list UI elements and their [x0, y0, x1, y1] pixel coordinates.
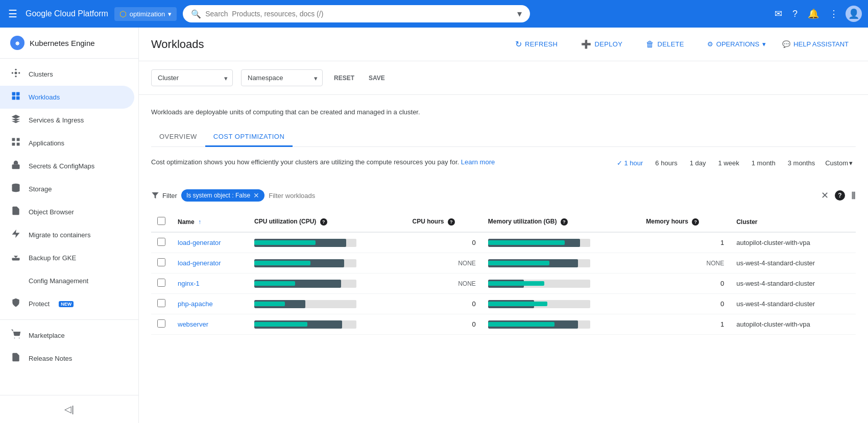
columns-icon[interactable]: ⦀: [851, 190, 856, 202]
select-all-checkbox[interactable]: [157, 217, 165, 225]
namespace-dropdown[interactable]: Namespace ▾: [241, 69, 323, 86]
learn-more-link[interactable]: Learn more: [461, 158, 495, 166]
reset-button[interactable]: RESET: [331, 71, 357, 85]
project-selector[interactable]: ⬡ optimization ▾: [114, 7, 177, 21]
row-checkbox-cell: [151, 294, 172, 314]
cpu-util-bar-cell: [248, 314, 406, 335]
tab-cost-optimization[interactable]: COST OPTIMIZATION: [205, 128, 293, 147]
row-checkbox[interactable]: [157, 319, 165, 328]
sidebar-item-services[interactable]: Services & Ingress: [0, 109, 134, 132]
notification-icon[interactable]: 🔔: [805, 6, 822, 21]
cost-optimization-content: Cost optimization shows you how efficien…: [151, 157, 856, 335]
name-header: Name ↑: [172, 212, 248, 232]
time-custom-button[interactable]: Custom ▾: [822, 157, 856, 169]
filter-chip-close[interactable]: ✕: [253, 191, 259, 200]
help-icon[interactable]: ?: [789, 7, 801, 21]
hamburger-icon[interactable]: ☰: [6, 6, 19, 22]
cpu-util-help-icon[interactable]: ?: [320, 218, 327, 226]
time-1day-button[interactable]: 1 day: [685, 157, 711, 169]
layout: ⎈ Kubernetes Engine Clusters Workloads: [0, 28, 868, 423]
sidebar-label-applications: Applications: [29, 139, 64, 147]
cpu-util-bar-cell: [248, 273, 406, 294]
protect-badge: NEW: [59, 301, 74, 307]
row-checkbox[interactable]: [157, 299, 165, 307]
email-icon[interactable]: ✉: [771, 6, 785, 21]
row-checkbox[interactable]: [157, 258, 165, 266]
svg-rect-12: [12, 143, 15, 146]
cpu-hours-help-icon[interactable]: ?: [448, 218, 455, 226]
row-checkbox[interactable]: [157, 279, 165, 287]
sidebar-bottom: ◁|: [0, 395, 138, 423]
sidebar-item-config[interactable]: Config Management: [0, 269, 134, 292]
save-button[interactable]: SAVE: [366, 71, 388, 85]
time-6hours-button[interactable]: 6 hours: [650, 157, 682, 169]
delete-button[interactable]: 🗑 DELETE: [638, 36, 692, 53]
sidebar-item-storage[interactable]: Storage: [0, 178, 134, 201]
filter-workloads-input[interactable]: [269, 192, 817, 200]
workload-name[interactable]: webserver: [172, 314, 248, 335]
sidebar-label-storage: Storage: [29, 185, 52, 193]
cpu-hours-value: 0: [406, 314, 481, 335]
row-checkbox-cell: [151, 253, 172, 273]
time-1hour-button[interactable]: 1 hour: [612, 157, 648, 169]
time-range-selector: 1 hour 6 hours 1 day 1 week 1 month 3 mo…: [612, 157, 856, 169]
sidebar-label-migrate: Migrate to containers: [29, 231, 90, 239]
sidebar-item-releasenotes[interactable]: Release Notes: [0, 347, 134, 370]
sidebar-item-objectbrowser[interactable]: Object Browser: [0, 201, 134, 223]
cluster-dropdown[interactable]: Cluster ▾: [151, 69, 233, 86]
row-checkbox-cell: [151, 273, 172, 294]
filter-help-icon[interactable]: ?: [835, 190, 845, 201]
cluster-value: us-west-4-standard-cluster: [730, 294, 856, 314]
sidebar-item-applications[interactable]: Applications: [0, 132, 134, 155]
backup-icon: [10, 252, 21, 264]
mem-hours-help-icon[interactable]: ?: [692, 218, 699, 226]
sidebar-item-marketplace[interactable]: Marketplace: [0, 324, 134, 347]
table-row: webserver01autopilot-cluster-with-vpa: [151, 314, 856, 335]
mem-hours-value: 1: [640, 232, 730, 253]
workload-name[interactable]: php-apache: [172, 294, 248, 314]
sidebar-item-protect[interactable]: Protect NEW: [0, 292, 134, 315]
sidebar-label-config: Config Management: [29, 277, 88, 285]
operations-icon: ⚙: [707, 40, 713, 48]
time-1month-button[interactable]: 1 month: [746, 157, 781, 169]
operations-button[interactable]: ⚙ OPERATIONS ▾: [700, 37, 773, 51]
search-input[interactable]: [205, 10, 513, 18]
name-sort-icon[interactable]: ↑: [198, 218, 201, 226]
svg-point-4: [18, 72, 20, 73]
row-checkbox[interactable]: [157, 238, 165, 246]
migrate-icon: [10, 229, 21, 241]
sidebar-item-secrets[interactable]: Secrets & ConfigMaps: [0, 155, 134, 178]
workload-name[interactable]: load-generator: [172, 253, 248, 273]
time-1week-button[interactable]: 1 week: [713, 157, 744, 169]
mem-util-help-icon[interactable]: ?: [561, 218, 568, 226]
search-bar[interactable]: 🔍 ▾: [183, 5, 530, 22]
sidebar-item-backup[interactable]: Backup for GKE: [0, 246, 134, 269]
main-header: Workloads ↻ REFRESH ➕ DEPLOY 🗑 DELETE ⚙ …: [139, 28, 868, 61]
search-chevron-icon[interactable]: ▾: [517, 8, 522, 19]
more-icon[interactable]: ⋮: [826, 6, 841, 21]
workload-name[interactable]: load-generator: [172, 232, 248, 253]
svg-rect-13: [12, 164, 20, 169]
tab-overview[interactable]: OVERVIEW: [151, 128, 205, 147]
project-name: optimization: [130, 10, 165, 18]
config-icon: [10, 275, 21, 287]
cpu-util-bar-cell: [248, 232, 406, 253]
sidebar-item-migrate[interactable]: Migrate to containers: [0, 223, 134, 246]
svg-point-23: [14, 338, 15, 339]
cluster-header: Cluster: [730, 212, 856, 232]
content-area: Workloads are deployable units of comput…: [139, 95, 868, 335]
sidebar-collapse-button[interactable]: ◁|: [0, 400, 138, 419]
workload-name[interactable]: nginx-1: [172, 273, 248, 294]
mem-util-bar-cell: [482, 314, 640, 335]
filter-label[interactable]: Filter: [151, 191, 177, 200]
time-3months-button[interactable]: 3 months: [783, 157, 820, 169]
protect-icon: [10, 297, 21, 310]
refresh-button[interactable]: ↻ REFRESH: [508, 36, 566, 53]
sidebar-item-workloads[interactable]: Workloads: [0, 86, 134, 109]
deploy-button[interactable]: ➕ DEPLOY: [573, 36, 630, 53]
sidebar-item-clusters[interactable]: Clusters: [0, 63, 134, 86]
help-assistant-button[interactable]: 💬 HELP ASSISTANT: [775, 37, 856, 51]
svg-point-1: [15, 69, 16, 70]
avatar[interactable]: 👤: [846, 6, 862, 22]
filter-clear-icon[interactable]: ✕: [821, 190, 829, 201]
